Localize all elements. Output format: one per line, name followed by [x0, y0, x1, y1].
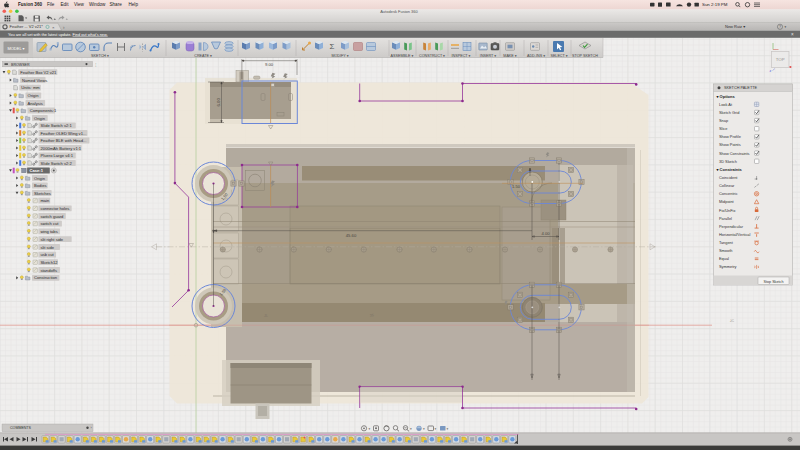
svg-text:Slide Switch v2:1: Slide Switch v2:1: [41, 123, 73, 128]
svg-text:SKETCH PALETTE: SKETCH PALETTE: [724, 86, 758, 90]
svg-text:Feather OLED Wing v1...: Feather OLED Wing v1...: [41, 131, 87, 136]
svg-text:Show Points: Show Points: [719, 142, 741, 147]
svg-text:Look At: Look At: [719, 102, 733, 107]
svg-text:File: File: [47, 2, 55, 7]
svg-text:Sketches: Sketches: [34, 191, 51, 196]
svg-text:ADD-INS ▾: ADD-INS ▾: [527, 54, 545, 58]
svg-text:Concentric: Concentric: [719, 191, 738, 196]
svg-text:ASSEMBLE ▾: ASSEMBLE ▾: [391, 54, 414, 58]
svg-text:MODIFY ▾: MODIFY ▾: [331, 54, 348, 58]
svg-text:MODEL ▾: MODEL ▾: [7, 46, 24, 51]
svg-text:Case:1: Case:1: [30, 168, 44, 173]
svg-text:connector holes: connector holes: [40, 206, 69, 211]
svg-text:Analysis: Analysis: [28, 101, 43, 106]
svg-text:Stop Sketch: Stop Sketch: [764, 280, 784, 284]
svg-text:SKETCH ▾: SKETCH ▾: [91, 54, 109, 58]
svg-text:Construction: Construction: [34, 275, 58, 280]
svg-text:×: ×: [791, 32, 794, 37]
svg-text:▾: ▾: [410, 427, 412, 431]
svg-text:main: main: [40, 198, 50, 203]
svg-text:Sketch12: Sketch12: [40, 260, 58, 265]
svg-text:Pluero Large v4:1: Pluero Large v4:1: [41, 153, 74, 158]
svg-text:Tangent: Tangent: [719, 240, 734, 245]
svg-text:Origin: Origin: [28, 93, 40, 98]
svg-text:×: ×: [52, 25, 55, 30]
svg-text:Feather Box V2 v21: Feather Box V2 v21: [20, 70, 57, 75]
svg-text:TOP: TOP: [776, 57, 785, 62]
svg-text:6.00: 6.00: [216, 98, 221, 107]
svg-text:z: z: [770, 69, 772, 73]
svg-text:▾: ▾: [369, 427, 371, 431]
svg-text:Feather ... V2 v21*: Feather ... V2 v21*: [10, 24, 44, 29]
svg-text:switch cut: switch cut: [40, 221, 59, 226]
svg-text:?: ?: [779, 25, 781, 29]
svg-text:Components:1: Components:1: [30, 108, 57, 113]
svg-text:You are all set with the lates: You are all set with the latest update. …: [8, 32, 108, 37]
svg-text:Edit: Edit: [61, 2, 70, 7]
svg-text:Units: mm: Units: mm: [21, 85, 40, 90]
svg-text:Horizontal/Vertical: Horizontal/Vertical: [719, 232, 750, 237]
svg-text:New Ruiz ▾: New Ruiz ▾: [725, 24, 745, 29]
svg-text:Slide Switch v2:2: Slide Switch v2:2: [41, 161, 73, 166]
svg-text:Collinear: Collinear: [719, 183, 735, 188]
svg-text:Share: Share: [110, 2, 123, 7]
svg-text:Perpendicular: Perpendicular: [719, 224, 744, 229]
svg-text:Parallel: Parallel: [719, 216, 732, 221]
svg-text:SELECT ▾: SELECT ▾: [550, 54, 567, 58]
svg-text:MAKE ▾: MAKE ▾: [503, 54, 516, 58]
svg-text:▾: ▾: [447, 427, 449, 431]
svg-text:wing tabs: wing tabs: [40, 229, 57, 234]
svg-text:Sketch Grid: Sketch Grid: [719, 110, 739, 115]
svg-text:45.60: 45.60: [346, 233, 357, 238]
svg-text:INSERT ▾: INSERT ▾: [480, 54, 496, 58]
svg-text:Snap: Snap: [719, 118, 728, 123]
svg-text:Feather BLE with Head...: Feather BLE with Head...: [41, 138, 87, 143]
svg-text:4.00: 4.00: [541, 231, 550, 236]
svg-text:slit right side: slit right side: [40, 237, 63, 242]
svg-text:3D Sketch: 3D Sketch: [719, 159, 737, 164]
svg-text:View: View: [74, 2, 85, 7]
svg-text:BROWSER: BROWSER: [11, 63, 30, 67]
svg-text:1.50: 1.50: [512, 184, 521, 189]
svg-text:Smooth: Smooth: [719, 248, 732, 253]
svg-text:Slice: Slice: [719, 126, 727, 131]
svg-text:standoffs: standoffs: [40, 268, 57, 273]
svg-text:Show Constraints: Show Constraints: [719, 151, 750, 156]
svg-text:Bodies: Bodies: [34, 183, 47, 188]
svg-text:STOP SKETCH: STOP SKETCH: [572, 54, 598, 58]
svg-text:INSPECT ▾: INSPECT ▾: [452, 54, 471, 58]
svg-text:slit side: slit side: [40, 245, 54, 250]
svg-text:CONSTRUCT ▾: CONSTRUCT ▾: [419, 54, 445, 58]
svg-text:Origin: Origin: [34, 176, 46, 181]
svg-text:Equal: Equal: [719, 256, 729, 261]
svg-text:2000mAh Battery v1:1: 2000mAh Battery v1:1: [41, 146, 82, 151]
svg-text:Window: Window: [89, 2, 106, 7]
svg-text:Fix/UnFix: Fix/UnFix: [719, 208, 735, 213]
svg-text:Midpoint: Midpoint: [719, 199, 735, 204]
svg-text:▾: ▾: [423, 427, 425, 431]
svg-text:CREATE ▾: CREATE ▾: [194, 54, 212, 58]
svg-text:Show Profile: Show Profile: [719, 134, 741, 139]
svg-text:⋮: ⋮: [94, 63, 98, 67]
svg-text:▾ Options: ▾ Options: [716, 94, 736, 99]
svg-text:▾: ▾: [435, 427, 437, 431]
svg-text:usb cut: usb cut: [40, 252, 54, 257]
svg-text:Named Views: Named Views: [22, 78, 47, 83]
svg-text:Fusion 360: Fusion 360: [18, 2, 42, 7]
svg-text:9.00: 9.00: [265, 62, 274, 67]
svg-text:Origin: Origin: [34, 116, 46, 121]
svg-text:COMMENTS: COMMENTS: [10, 426, 32, 430]
svg-text:Sun 2:19 PM: Sun 2:19 PM: [702, 2, 728, 7]
svg-text:35: 35: [370, 313, 375, 318]
svg-text:Symmetry: Symmetry: [719, 264, 737, 269]
svg-text:switch guard: switch guard: [40, 214, 64, 219]
svg-text:▾: ▾: [785, 25, 787, 29]
svg-text:Autodesk Fusion 360: Autodesk Fusion 360: [380, 9, 418, 14]
svg-text:Coincident: Coincident: [719, 175, 738, 180]
svg-text:Help: Help: [129, 2, 139, 7]
svg-text:JL: JL: [264, 314, 268, 318]
svg-text:▾ Constraints: ▾ Constraints: [716, 167, 743, 172]
svg-text:Σ: Σ: [330, 42, 335, 51]
